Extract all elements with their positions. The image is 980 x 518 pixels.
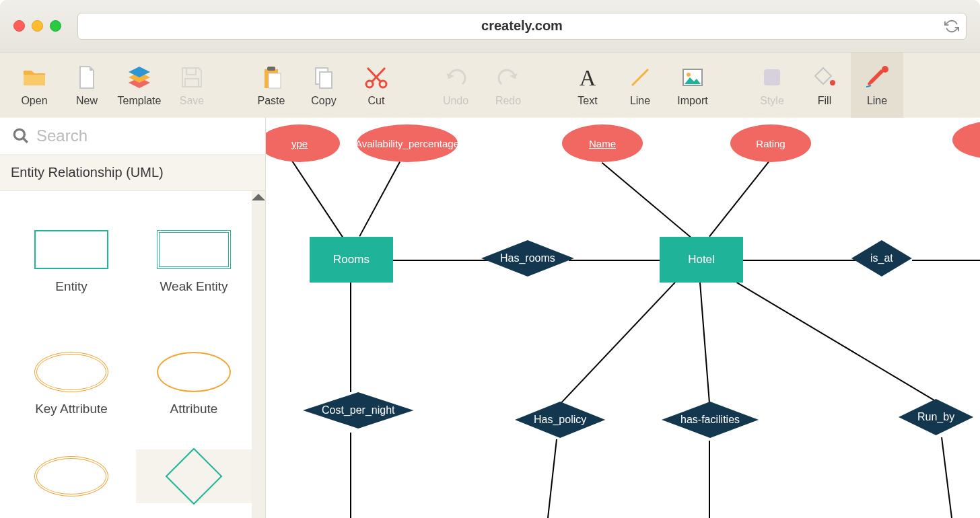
shape-key-attribute[interactable]: Key Attribute <box>13 327 129 441</box>
tool-label: Paste <box>258 95 285 107</box>
er-attribute[interactable]: Availability_percentage <box>357 124 458 162</box>
er-attribute-label: Rating <box>756 138 785 149</box>
shape-category-header[interactable]: Entity Relationship (UML) <box>0 155 265 191</box>
er-attribute[interactable]: ype <box>266 124 340 162</box>
minimize-window-button[interactable] <box>32 20 43 32</box>
tool-label: Line <box>867 95 887 107</box>
er-relationship[interactable]: is_at <box>851 240 912 276</box>
er-entity-label: Hotel <box>688 253 715 266</box>
er-relationship[interactable]: Run_by <box>899 399 973 435</box>
tool-label: Save <box>180 95 204 107</box>
template-button[interactable]: Template <box>113 52 166 118</box>
entity-preview-icon <box>31 229 112 270</box>
shape-multivalued-attribute[interactable] <box>13 449 129 503</box>
scissors-icon <box>363 64 390 91</box>
svg-line-19 <box>23 138 28 143</box>
save-button: Save <box>166 52 218 118</box>
folder-icon <box>21 64 48 91</box>
text-button[interactable]: AText <box>561 52 614 118</box>
er-relationship[interactable]: Has_policy <box>515 402 605 438</box>
fill-icon <box>811 64 838 91</box>
shape-entity[interactable]: Entity <box>13 205 129 319</box>
er-attribute[interactable]: St <box>952 121 980 159</box>
er-attribute-label: Name <box>589 138 616 149</box>
close-window-button[interactable] <box>13 20 25 32</box>
paste-button[interactable]: Paste <box>245 52 298 118</box>
diagram-edge[interactable] <box>561 281 676 403</box>
diagram-edge[interactable] <box>393 260 496 261</box>
diagram-edge[interactable] <box>709 161 769 237</box>
key-attribute-preview-icon <box>31 352 112 392</box>
browser-chrome: creately.com <box>0 0 980 52</box>
er-attribute-label: ype <box>291 138 308 149</box>
diagram-edge[interactable] <box>912 260 980 261</box>
shape-attribute[interactable]: Attribute <box>136 327 252 441</box>
diagram-edge[interactable] <box>709 441 711 518</box>
copy-button[interactable]: Copy <box>298 52 350 118</box>
er-entity[interactable]: Hotel <box>660 237 743 283</box>
diag-icon <box>627 64 654 91</box>
svg-point-17 <box>882 66 888 73</box>
line-tool-button[interactable]: Line <box>614 52 666 118</box>
diagram-edge[interactable] <box>292 161 343 237</box>
er-relationship[interactable]: Cost_per_night <box>303 392 414 429</box>
shape-weak-entity[interactable]: Weak Entity <box>136 205 252 319</box>
scrollbar[interactable] <box>252 191 265 518</box>
redo-icon <box>495 64 522 91</box>
shapes-grid: EntityWeak EntityKey AttributeAttribute <box>0 191 265 518</box>
tool-label: Undo <box>443 95 468 107</box>
import-button[interactable]: Import <box>666 52 719 118</box>
svg-line-12 <box>632 69 648 85</box>
svg-rect-15 <box>764 69 780 85</box>
diagram-edge[interactable] <box>548 439 557 518</box>
shape-label: Entity <box>55 279 88 294</box>
image-icon <box>679 64 706 91</box>
redo-button: Redo <box>482 52 534 118</box>
er-relationship-label: Has_rooms <box>500 252 555 264</box>
er-attribute-label: Availability_percentage <box>355 138 459 149</box>
er-relationship[interactable]: Has_rooms <box>481 240 574 276</box>
shape-relationship[interactable] <box>136 449 252 503</box>
reload-icon[interactable] <box>944 19 959 34</box>
diagram-edge[interactable] <box>743 260 865 261</box>
search-input[interactable] <box>36 126 225 145</box>
address-bar[interactable]: creately.com <box>77 13 967 40</box>
svg-point-16 <box>830 80 835 85</box>
er-relationship-label: Run_by <box>917 411 954 423</box>
diagram-edge[interactable] <box>736 282 936 401</box>
stack-icon <box>126 64 153 91</box>
fill-button[interactable]: Fill <box>798 52 851 118</box>
er-attribute[interactable]: Rating <box>730 124 811 162</box>
line-style-button[interactable]: Line <box>851 52 903 118</box>
diagram-edge[interactable] <box>351 433 352 518</box>
svg-text:A: A <box>580 65 596 90</box>
scroll-up-arrow-icon[interactable] <box>252 194 265 200</box>
diagram-edge[interactable] <box>569 260 660 261</box>
maximize-window-button[interactable] <box>50 20 61 32</box>
diagram-edge[interactable] <box>942 437 952 518</box>
tool-label: Fill <box>818 95 831 107</box>
diagram-canvas[interactable]: ypeAvailability_percentageNameRatingStRo… <box>266 118 980 518</box>
diagram-edge[interactable] <box>700 283 710 403</box>
er-attribute[interactable]: Name <box>562 124 643 162</box>
cut-button[interactable]: Cut <box>350 52 403 118</box>
tool-label: Text <box>578 95 597 107</box>
new-button[interactable]: New <box>61 52 113 118</box>
er-entity[interactable]: Rooms <box>310 237 393 283</box>
shape-label: Weak Entity <box>160 279 228 294</box>
url-text: creately.com <box>481 18 563 34</box>
er-relationship-label: Cost_per_night <box>322 404 395 416</box>
diagram-edge[interactable] <box>351 283 352 392</box>
er-relationship[interactable]: has-facilities <box>662 402 759 438</box>
er-relationship-label: is_at <box>870 252 893 264</box>
open-button[interactable]: Open <box>8 52 61 118</box>
diagram-edge[interactable] <box>359 161 400 237</box>
svg-point-18 <box>14 129 24 139</box>
toolbar: OpenNewTemplateSavePasteCopyCutUndoRedoA… <box>0 52 980 118</box>
shapes-sidebar: Entity Relationship (UML) EntityWeak Ent… <box>0 118 266 518</box>
window-controls <box>13 20 61 32</box>
tool-label: Style <box>760 95 784 107</box>
tool-label: New <box>76 95 98 107</box>
diagram-edge[interactable] <box>602 162 691 237</box>
text-icon: A <box>574 64 601 91</box>
